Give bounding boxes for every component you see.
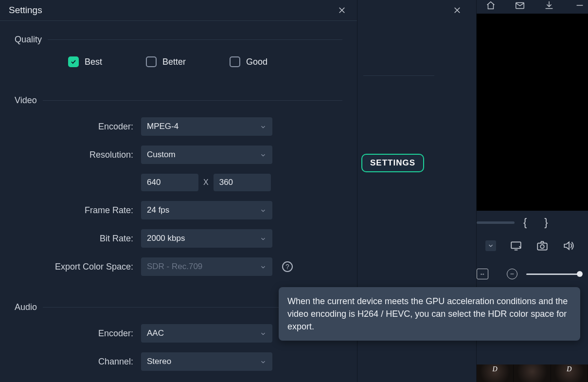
svg-rect-1 — [511, 242, 521, 248]
svg-point-3 — [540, 245, 544, 249]
bitrate-label: Bit Rate: — [15, 234, 141, 244]
chevron-down-icon — [260, 123, 267, 130]
zoom-slider[interactable] — [526, 273, 581, 275]
chevron-down-icon — [260, 358, 267, 365]
close-icon[interactable] — [452, 5, 463, 16]
chevron-down-icon — [260, 263, 267, 270]
zoom-out-icon[interactable] — [507, 269, 517, 279]
audio-encoder-value: AAC — [147, 328, 164, 338]
channel-value: Stereo — [147, 357, 171, 366]
width-input[interactable] — [141, 174, 198, 191]
height-input[interactable] — [214, 174, 271, 191]
video-encoder-value: MPEG-4 — [147, 122, 178, 131]
download-icon[interactable] — [544, 0, 554, 11]
svg-rect-2 — [537, 243, 547, 250]
thumbnail-letter: D — [567, 365, 571, 373]
quality-best-label: Best — [85, 57, 102, 67]
colorspace-label: Export Color Space: — [15, 262, 141, 272]
colorspace-tooltip: When the current device meets the GPU ac… — [279, 287, 580, 341]
video-encoder-select[interactable]: MPEG-4 — [141, 117, 272, 136]
divider — [363, 75, 434, 76]
thumbnail[interactable]: D — [551, 364, 588, 382]
checkbox-empty-icon — [230, 56, 240, 67]
framerate-value: 24 fps — [147, 205, 169, 215]
progress-bar[interactable] — [477, 221, 515, 224]
channel-label: Channel: — [15, 357, 141, 367]
thumbnail-letter: D — [493, 365, 498, 373]
bracket-markers[interactable]: { } — [523, 216, 548, 229]
divider — [48, 39, 342, 40]
monitor-icon[interactable] — [510, 239, 522, 252]
video-section-label: Video — [15, 95, 37, 106]
bracket-open: { — [523, 216, 527, 229]
colorspace-value: SDR - Rec.709 — [147, 262, 202, 272]
dropdown-toggle[interactable] — [485, 240, 496, 251]
checkbox-empty-icon — [146, 56, 157, 67]
settings-button[interactable]: SETTINGS — [361, 154, 424, 172]
divider — [43, 100, 342, 101]
chevron-down-icon — [260, 330, 267, 337]
camera-icon[interactable] — [536, 239, 549, 252]
speaker-icon[interactable] — [562, 239, 575, 252]
quality-best-option[interactable]: Best — [68, 56, 102, 67]
checkbox-checked-icon — [68, 56, 79, 67]
resolution-select[interactable]: Custom — [141, 146, 272, 164]
colorspace-select[interactable]: SDR - Rec.709 — [141, 257, 272, 276]
bitrate-value: 2000 kbps — [147, 234, 185, 243]
quality-section: Quality Best Better Good — [0, 21, 357, 67]
thumbnail[interactable] — [514, 364, 551, 382]
slider-thumb[interactable] — [577, 271, 583, 277]
thumbnail-strip[interactable]: D D — [477, 364, 588, 382]
home-icon[interactable] — [485, 0, 496, 11]
settings-header: Settings — [0, 0, 357, 21]
resolution-label: Resolution: — [15, 150, 141, 160]
chevron-down-icon — [260, 151, 267, 158]
framerate-label: Frame Rate: — [15, 205, 141, 216]
minimize-icon[interactable] — [574, 0, 585, 11]
fit-icon[interactable]: ↔ — [477, 269, 488, 279]
preview-area — [477, 14, 588, 211]
help-icon[interactable]: ? — [282, 261, 293, 272]
chevron-down-icon — [260, 235, 267, 242]
thumbnail[interactable]: D — [477, 364, 514, 382]
settings-title: Settings — [9, 5, 42, 16]
quality-label: Quality — [15, 35, 42, 45]
close-icon[interactable] — [337, 5, 347, 16]
audio-encoder-select[interactable]: AAC — [141, 324, 272, 343]
channel-select[interactable]: Stereo — [141, 352, 272, 371]
video-section: Video Encoder: MPEG-4 Resolution: Custom… — [0, 82, 357, 276]
quality-better-option[interactable]: Better — [146, 56, 186, 67]
framerate-select[interactable]: 24 fps — [141, 201, 272, 219]
bitrate-select[interactable]: 2000 kbps — [141, 229, 272, 248]
chevron-down-icon — [260, 207, 267, 214]
quality-better-label: Better — [162, 57, 186, 67]
mail-icon[interactable] — [515, 0, 525, 11]
quality-good-label: Good — [246, 57, 267, 67]
audio-encoder-label: Encoder: — [15, 328, 141, 339]
dimension-separator: X — [203, 178, 209, 187]
encoder-label: Encoder: — [15, 122, 141, 132]
bracket-close: } — [544, 216, 548, 229]
quality-good-option[interactable]: Good — [230, 56, 267, 67]
audio-section-label: Audio — [15, 302, 37, 312]
resolution-value: Custom — [147, 150, 176, 160]
